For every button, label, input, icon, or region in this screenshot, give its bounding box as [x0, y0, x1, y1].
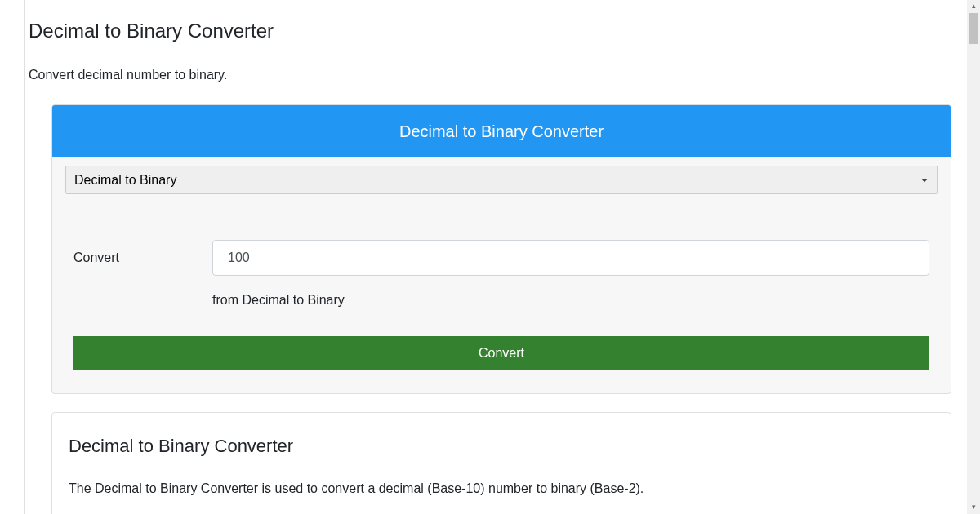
input-column: from Decimal to Binary [212, 240, 929, 310]
page-title: Decimal to Binary Converter [29, 16, 955, 46]
scroll-up-arrow[interactable]: ▴ [967, 0, 980, 13]
info-text: The Decimal to Binary Converter is used … [69, 479, 934, 498]
decimal-input[interactable] [212, 240, 929, 276]
converter-panel: Decimal to Binary Converter Decimal to B… [51, 104, 951, 394]
converter-header: Decimal to Binary Converter [52, 105, 951, 157]
converter-body: Decimal to Binary Convert from Decimal t… [52, 157, 951, 393]
convert-button[interactable]: Convert [74, 336, 929, 370]
info-title: Decimal to Binary Converter [69, 432, 934, 459]
page-subtitle: Convert decimal number to binary. [29, 65, 955, 85]
convert-label: Convert [74, 240, 212, 268]
scrollbar-track[interactable]: ▴ ▾ [967, 0, 980, 514]
form-row: Convert from Decimal to Binary [65, 240, 938, 310]
scrollbar-thumb[interactable] [969, 13, 978, 44]
info-card: Decimal to Binary Converter The Decimal … [51, 412, 951, 514]
conversion-type-select[interactable]: Decimal to Binary [65, 166, 938, 194]
helper-text: from Decimal to Binary [212, 290, 929, 310]
scroll-down-arrow[interactable]: ▾ [967, 501, 980, 514]
